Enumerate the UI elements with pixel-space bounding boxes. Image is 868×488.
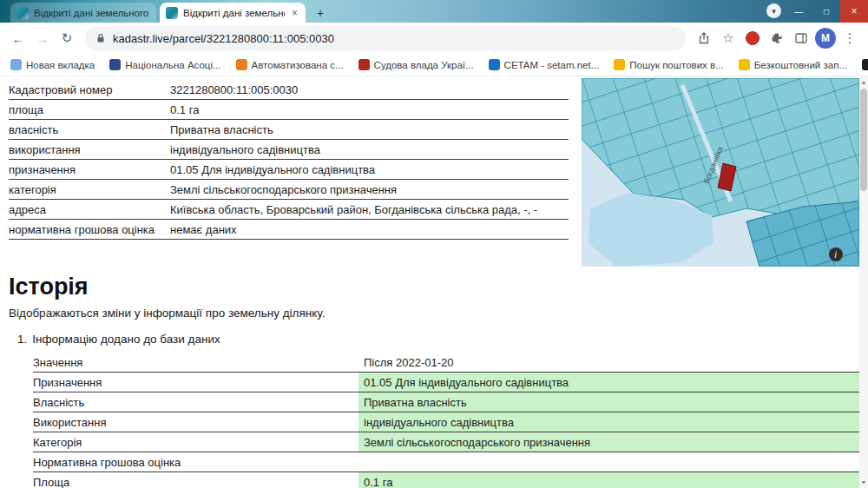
detail-label: площа xyxy=(9,100,170,120)
address-bar[interactable]: kadastr.live/parcel/3221280800:11:005:00… xyxy=(85,26,686,50)
bookmark-favicon xyxy=(862,59,868,70)
history-label: Нормативна грошова оцінка xyxy=(33,452,358,472)
history-value: Після 2022-01-20 xyxy=(358,353,859,373)
extensions-puzzle-icon[interactable] xyxy=(766,27,788,49)
tab-search-icon[interactable]: ▾ xyxy=(766,3,781,18)
vertical-scrollbar[interactable]: ▲ ▼ xyxy=(859,76,868,488)
detail-label: призначення xyxy=(9,160,170,180)
table-row: категорія Землі сільськогосподарського п… xyxy=(9,180,569,200)
table-row: Категорія Землі сільськогосподарського п… xyxy=(33,432,859,452)
table-row: використання індивідуального садівництва xyxy=(9,140,569,160)
browser-tab-2-active[interactable]: Відкриті дані земельного кадас × xyxy=(160,3,306,23)
maximize-button[interactable]: □ xyxy=(812,0,840,23)
table-row: нормативна грошова оцінка немає даних xyxy=(9,220,569,240)
bookmark-favicon xyxy=(614,59,625,70)
table-row: Призначення 01.05 Для індивідуального са… xyxy=(33,373,859,392)
back-icon[interactable]: ← xyxy=(7,27,30,49)
bookmark-star-icon[interactable]: ☆ xyxy=(717,27,740,49)
table-row: Кадастровий номер 3221280800:11:005:0030 xyxy=(9,80,569,100)
history-label: Площа xyxy=(33,472,358,488)
navigation-bar: ← → ↻ kadastr.live/parcel/3221280800:11:… xyxy=(0,23,868,54)
bookmark-label: Судова влада Украї... xyxy=(374,60,474,70)
table-row: Значення Після 2022-01-20 xyxy=(33,353,859,373)
detail-label: категорія xyxy=(9,180,170,200)
lock-icon xyxy=(95,33,106,43)
tab-close-icon[interactable]: × xyxy=(290,7,299,19)
history-title: Історія xyxy=(9,274,859,300)
refresh-icon[interactable]: ↻ xyxy=(56,27,78,49)
table-row: адреса Київська область, Броварський рай… xyxy=(9,200,569,220)
history-label: Використання xyxy=(33,412,358,432)
bookmark-label: Новая вкладка xyxy=(26,60,95,70)
detail-value: немає даних xyxy=(170,220,569,240)
parcel-details-table: Кадастровий номер 3221280800:11:005:0030… xyxy=(9,80,569,240)
bookmark-item[interactable]: Безкоштовний зап... xyxy=(739,59,847,70)
history-label: Значення xyxy=(33,353,358,373)
profile-avatar[interactable]: M xyxy=(814,27,837,49)
close-button[interactable]: × xyxy=(840,0,868,23)
detail-value: 3221280800:11:005:0030 xyxy=(170,80,569,100)
bookmark-label: Безкоштовний зап... xyxy=(754,60,847,70)
bookmark-item[interactable]: Пошук поштових в... xyxy=(614,59,723,70)
detail-value: Землі сільськогосподарського призначення xyxy=(170,180,569,200)
detail-label: використання xyxy=(9,140,170,160)
scroll-down-icon[interactable]: ▼ xyxy=(859,477,868,488)
window-controls: — □ × xyxy=(785,0,868,23)
detail-label: адреса xyxy=(9,200,170,220)
history-subtitle: Відображаються зміни у інформації про зе… xyxy=(9,307,859,320)
history-label: Власність xyxy=(33,392,358,412)
bookmark-item[interactable]: Новая вкладка xyxy=(10,59,95,70)
bookmark-item[interactable]: CETAM - setam.net... xyxy=(489,59,600,70)
bookmark-favicon xyxy=(236,59,247,70)
bookmarks-bar: Новая вкладка Національна Асоці... Автом… xyxy=(0,54,868,76)
table-row: Використання індивідуального садівництва xyxy=(33,412,859,432)
detail-value: індивідуального садівництва xyxy=(170,140,569,160)
bookmark-item[interactable]: Національна Асоці... xyxy=(109,59,220,70)
detail-label: власність xyxy=(9,120,170,140)
bookmark-item[interactable]: Автоматизована с... xyxy=(236,59,344,70)
table-row: власність Приватна власність xyxy=(9,120,569,140)
table-row: площа 0.1 га xyxy=(9,100,569,120)
bookmark-favicon xyxy=(358,59,370,70)
url-text: kadastr.live/parcel/3221280800:11:005:00… xyxy=(113,32,334,45)
tab-title: Відкриті дані земельного кадас xyxy=(183,8,285,18)
menu-kebab-icon[interactable]: ⋮ xyxy=(838,27,861,49)
new-tab-button[interactable]: + xyxy=(312,5,328,21)
browser-tab-1[interactable]: Відкриті дані земельного кадас xyxy=(10,3,156,23)
table-row: Власність Приватна власність xyxy=(33,392,859,412)
forward-icon[interactable]: → xyxy=(31,27,54,49)
cadastral-map[interactable]: Богданівка i xyxy=(582,78,859,267)
history-value: 0.1 га xyxy=(358,472,859,488)
bookmark-item[interactable]: Paperless - підписа... xyxy=(862,59,868,70)
table-row: призначення 01.05 Для індивідуального са… xyxy=(9,160,569,180)
detail-value: Київська область, Броварський район, Бог… xyxy=(170,200,569,220)
share-icon[interactable] xyxy=(693,27,715,49)
history-label: Категорія xyxy=(33,432,358,452)
adblock-extension-icon[interactable] xyxy=(741,27,764,49)
bookmark-item[interactable]: Судова влада Украї... xyxy=(358,59,474,70)
history-value: індивідуального садівництва xyxy=(358,412,859,432)
bookmark-favicon xyxy=(10,59,22,70)
detail-label: Кадастровий номер xyxy=(9,80,170,100)
history-entry-number: 1. xyxy=(17,333,27,346)
history-value xyxy=(358,452,859,472)
page-content: Кадастровий номер 3221280800:11:005:0030… xyxy=(0,76,868,488)
scrollbar-thumb[interactable] xyxy=(860,89,867,191)
detail-label: нормативна грошова оцінка xyxy=(9,220,170,240)
minimize-button[interactable]: — xyxy=(785,0,812,23)
tab-favicon xyxy=(16,7,29,19)
side-panel-icon[interactable] xyxy=(790,27,812,49)
table-row: Площа 0.1 га xyxy=(33,472,859,488)
scroll-up-icon[interactable]: ▲ xyxy=(859,76,868,88)
history-value: Землі сільськогосподарського призначення xyxy=(358,432,859,452)
bookmark-favicon xyxy=(109,59,121,70)
table-row: Нормативна грошова оцінка xyxy=(33,452,859,472)
bookmark-label: CETAM - setam.net... xyxy=(504,60,600,70)
tab-strip: Відкриті дані земельного кадас Відкриті … xyxy=(0,0,868,23)
tab-favicon xyxy=(166,7,178,19)
bookmark-label: Пошук поштових в... xyxy=(629,60,723,70)
bookmark-label: Автоматизована с... xyxy=(252,60,344,70)
bookmark-favicon xyxy=(489,59,500,70)
history-section: Історія Відображаються зміни у інформаці… xyxy=(0,267,859,488)
history-label: Призначення xyxy=(33,373,358,392)
